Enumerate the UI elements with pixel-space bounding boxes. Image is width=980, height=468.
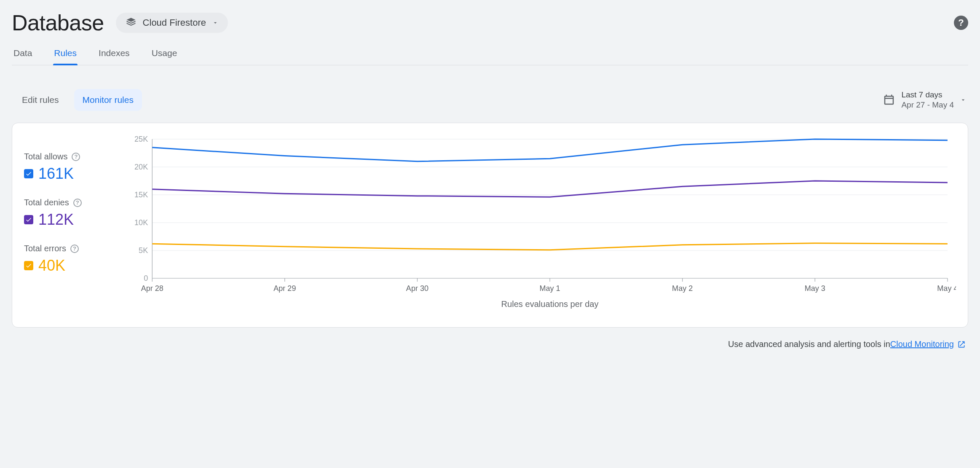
tab-data[interactable]: Data <box>13 44 33 65</box>
legend-errors-checkbox[interactable] <box>24 261 33 270</box>
legend-item-denies: Total denies ? 112K <box>24 198 117 229</box>
legend-item-errors: Total errors ? 40K <box>24 244 117 274</box>
svg-text:Apr 28: Apr 28 <box>141 284 163 293</box>
svg-text:Rules evaluations per day: Rules evaluations per day <box>501 299 599 309</box>
rules-metrics-card: Total allows ? 161K Total denies ? <box>12 123 968 328</box>
subtab-edit-rules[interactable]: Edit rules <box>13 89 67 111</box>
database-selector-label: Cloud Firestore <box>143 17 206 28</box>
help-icon[interactable]: ? <box>954 16 968 30</box>
chevron-down-icon <box>960 97 967 103</box>
legend-denies-checkbox[interactable] <box>24 215 33 224</box>
svg-text:5K: 5K <box>139 246 148 255</box>
rules-subtabs: Edit rules Monitor rules <box>13 89 142 111</box>
svg-text:0: 0 <box>144 274 148 282</box>
cloud-monitoring-link-label: Cloud Monitoring <box>890 339 954 349</box>
svg-text:20K: 20K <box>134 163 148 171</box>
page-title: Database <box>12 10 104 35</box>
svg-text:Apr 29: Apr 29 <box>273 284 296 293</box>
help-icon[interactable]: ? <box>70 245 79 253</box>
chart-legend: Total allows ? 161K Total denies ? <box>24 135 117 312</box>
tab-usage[interactable]: Usage <box>151 44 178 65</box>
date-range-dates: Apr 27 - May 4 <box>901 100 954 110</box>
external-link-icon <box>957 340 966 349</box>
svg-text:10K: 10K <box>134 218 148 227</box>
firestore-icon <box>125 17 137 29</box>
footer-prefix: Use advanced analysis and alerting tools… <box>728 339 890 349</box>
legend-allows-checkbox[interactable] <box>24 169 33 178</box>
cloud-monitoring-link[interactable]: Cloud Monitoring <box>890 339 966 349</box>
database-selector-dropdown[interactable]: Cloud Firestore <box>116 13 228 33</box>
svg-text:25K: 25K <box>134 135 148 143</box>
help-icon[interactable]: ? <box>73 199 82 207</box>
legend-denies-title: Total denies <box>24 198 69 207</box>
subtab-monitor-rules[interactable]: Monitor rules <box>74 89 142 111</box>
legend-allows-title: Total allows <box>24 152 67 161</box>
rules-chart: 05K10K15K20K25KApr 28Apr 29Apr 30May 1Ma… <box>127 135 956 312</box>
rules-subheader: Edit rules Monitor rules Last 7 days Apr… <box>12 65 968 123</box>
legend-item-allows: Total allows ? 161K <box>24 152 117 183</box>
legend-allows-value: 161K <box>38 165 74 183</box>
svg-text:May 2: May 2 <box>672 284 693 293</box>
main-tabs: Data Rules Indexes Usage <box>12 44 968 65</box>
chevron-down-icon <box>212 19 219 26</box>
date-range-picker[interactable]: Last 7 days Apr 27 - May 4 <box>883 90 967 110</box>
legend-denies-value: 112K <box>38 211 74 229</box>
svg-text:May 4: May 4 <box>937 284 956 293</box>
svg-text:May 1: May 1 <box>540 284 560 293</box>
tab-indexes[interactable]: Indexes <box>98 44 131 65</box>
legend-errors-value: 40K <box>38 257 65 274</box>
page-header: Database Cloud Firestore ? <box>12 0 968 44</box>
tab-rules[interactable]: Rules <box>53 44 78 65</box>
legend-errors-title: Total errors <box>24 244 66 253</box>
svg-text:May 3: May 3 <box>805 284 825 293</box>
calendar-icon <box>883 94 895 106</box>
date-range-label: Last 7 days <box>901 90 954 100</box>
cloud-monitoring-footer: Use advanced analysis and alerting tools… <box>12 328 968 349</box>
help-icon[interactable]: ? <box>72 153 80 161</box>
svg-text:Apr 30: Apr 30 <box>406 284 428 293</box>
svg-text:15K: 15K <box>134 191 148 199</box>
